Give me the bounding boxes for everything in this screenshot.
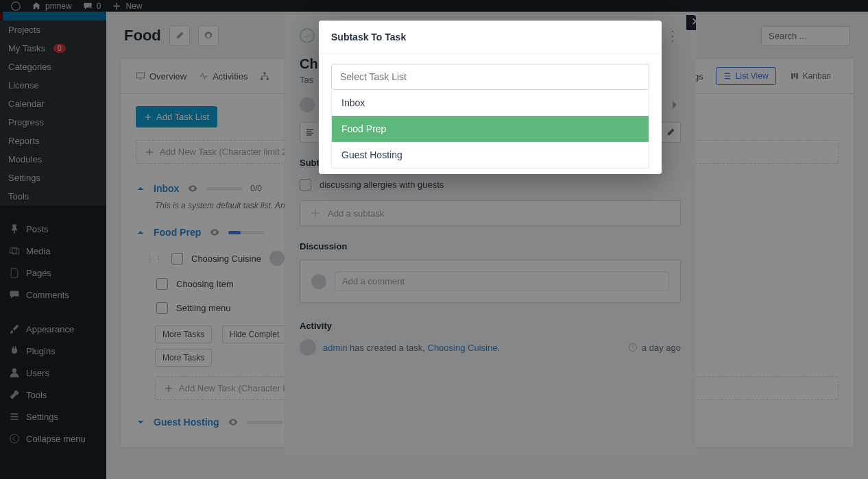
dropdown-option-guest-hosting[interactable]: Guest Hosting <box>332 142 649 168</box>
task-list-dropdown: Inbox Food Prep Guest Hosting <box>331 90 649 169</box>
dropdown-option-food-prep[interactable]: Food Prep <box>332 116 649 142</box>
subtask-to-task-modal: Subtask To Task Inbox Food Prep Guest Ho… <box>319 21 662 174</box>
task-list-select-input[interactable] <box>331 64 649 90</box>
dropdown-option-inbox[interactable]: Inbox <box>332 90 649 116</box>
modal-title: Subtask To Task <box>319 21 662 54</box>
